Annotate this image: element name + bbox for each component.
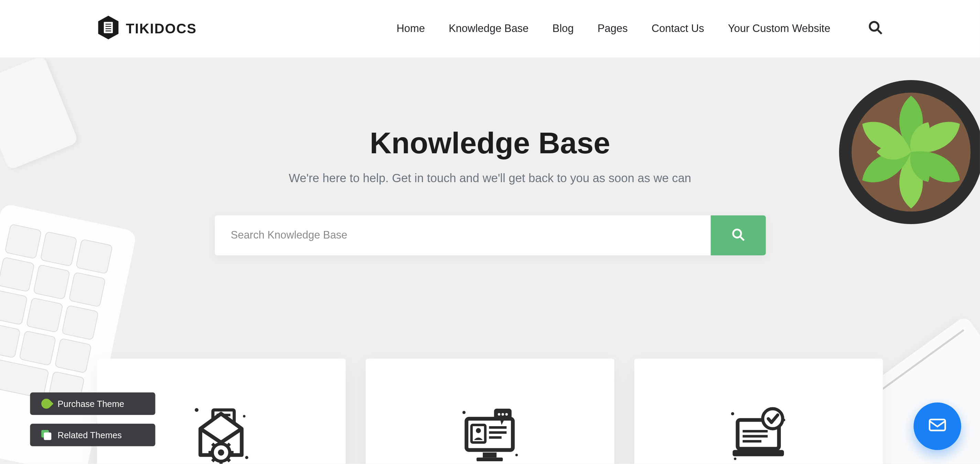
svg-rect-16 <box>27 298 63 332</box>
svg-point-56 <box>506 413 508 416</box>
svg-point-29 <box>243 415 245 417</box>
svg-rect-19 <box>19 331 56 365</box>
svg-point-34 <box>218 449 224 455</box>
chat-fab[interactable] <box>914 402 961 450</box>
floating-actions: Purchase Theme Related Themes <box>30 392 155 447</box>
brand-name: TIKIDOCS <box>126 21 197 37</box>
svg-line-39 <box>212 444 215 446</box>
svg-point-6 <box>870 22 878 30</box>
nav-blog[interactable]: Blog <box>552 23 574 35</box>
nav-knowledge-base[interactable]: Knowledge Base <box>449 23 528 35</box>
purchase-theme-button[interactable]: Purchase Theme <box>30 392 155 415</box>
svg-rect-9 <box>5 224 41 259</box>
search-icon[interactable] <box>868 20 883 38</box>
search-button[interactable] <box>710 215 765 255</box>
stack-icon <box>41 430 51 440</box>
related-themes-label: Related Themes <box>58 430 122 440</box>
search-input[interactable] <box>215 215 710 255</box>
search-bar <box>215 215 765 255</box>
decorative-plant <box>830 71 980 234</box>
svg-point-28 <box>245 456 248 459</box>
svg-point-54 <box>498 413 500 416</box>
computer-profile-icon <box>455 401 524 464</box>
svg-rect-10 <box>40 232 77 266</box>
svg-rect-14 <box>69 272 105 307</box>
related-themes-button[interactable]: Related Themes <box>30 424 155 447</box>
svg-rect-20 <box>55 338 91 373</box>
svg-point-25 <box>733 229 741 237</box>
svg-point-27 <box>195 408 199 412</box>
category-cards <box>97 359 883 464</box>
nav-home[interactable]: Home <box>396 23 425 35</box>
svg-rect-64 <box>733 450 784 456</box>
svg-rect-1 <box>104 22 113 33</box>
nav-custom-website[interactable]: Your Custom Website <box>728 23 830 35</box>
purchase-theme-label: Purchase Theme <box>58 399 124 409</box>
svg-rect-11 <box>76 239 113 274</box>
brand-logo[interactable]: TIKIDOCS <box>97 15 197 43</box>
svg-line-41 <box>212 459 215 461</box>
site-header: TIKIDOCS Home Knowledge Base Blog Pages … <box>0 0 980 58</box>
svg-point-43 <box>463 411 466 414</box>
nav-contact-us[interactable]: Contact Us <box>652 23 704 35</box>
envelope-icon <box>928 416 947 437</box>
leaf-icon <box>39 397 53 411</box>
svg-point-59 <box>734 458 736 460</box>
card-profile-help[interactable] <box>366 359 614 464</box>
svg-line-26 <box>740 237 744 240</box>
svg-line-7 <box>878 30 881 34</box>
search-icon <box>731 227 745 243</box>
svg-line-40 <box>227 444 230 446</box>
svg-rect-13 <box>33 265 70 299</box>
main-nav: Home Knowledge Base Blog Pages Contact U… <box>396 23 830 35</box>
nav-pages[interactable]: Pages <box>598 23 628 35</box>
svg-point-49 <box>476 428 481 434</box>
svg-point-44 <box>515 454 518 456</box>
svg-rect-17 <box>62 305 99 340</box>
svg-rect-47 <box>477 458 503 461</box>
logo-icon <box>97 15 120 43</box>
laptop-check-icon <box>724 401 792 464</box>
svg-point-55 <box>502 413 504 416</box>
card-laptop-verified[interactable] <box>634 359 883 464</box>
mail-gear-icon <box>187 401 256 464</box>
svg-line-42 <box>227 459 230 461</box>
svg-rect-46 <box>483 453 496 458</box>
svg-rect-66 <box>929 420 945 431</box>
svg-point-57 <box>731 412 734 415</box>
svg-rect-12 <box>0 257 34 292</box>
